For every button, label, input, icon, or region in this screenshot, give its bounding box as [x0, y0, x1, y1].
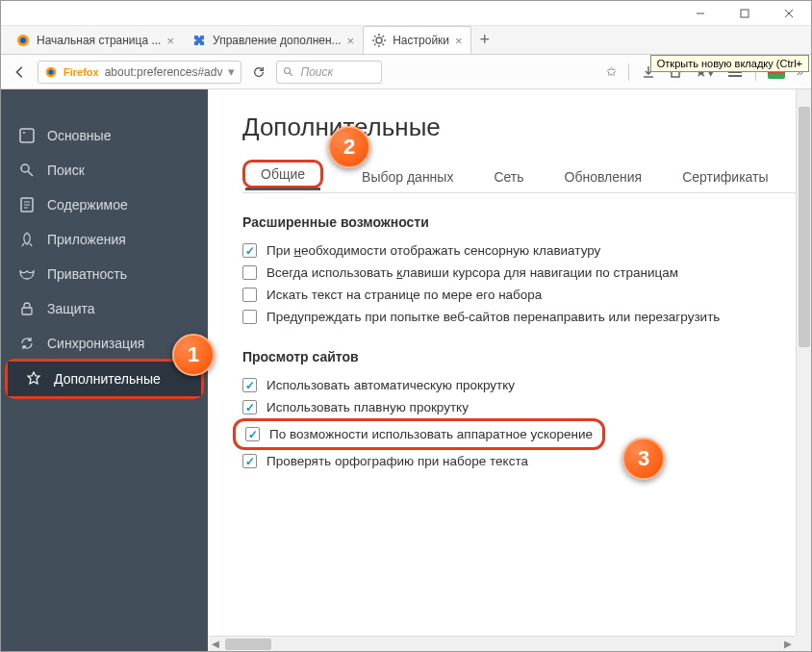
star-half-icon[interactable]: ✩ — [606, 64, 617, 79]
option-cursor-keys[interactable]: Всегда использовать клавиши курсора для … — [242, 262, 811, 284]
scrollbar-thumb[interactable] — [225, 639, 271, 650]
gear-icon — [371, 33, 387, 48]
svg-point-24 — [21, 164, 29, 172]
svg-point-16 — [48, 69, 53, 74]
option-label: Проверять орфографию при наборе текста — [266, 454, 528, 468]
sidebar-item-general[interactable]: Основные — [1, 118, 208, 153]
checkbox[interactable] — [242, 288, 257, 302]
svg-line-18 — [290, 72, 292, 75]
puzzle-icon — [191, 33, 207, 48]
subtab-general[interactable]: Общие — [259, 159, 307, 189]
option-label: Всегда использовать клавиши курсора для … — [266, 265, 678, 280]
sync-icon — [18, 335, 36, 352]
url-text: about:preferences#adv — [105, 65, 223, 79]
toolbar-separator — [628, 63, 629, 81]
back-button[interactable] — [9, 61, 32, 84]
option-smooth-scroll[interactable]: Использовать плавную прокрутку — [242, 396, 811, 418]
search-box[interactable]: Поиск — [276, 61, 382, 84]
subtab-certificates[interactable]: Сертификаты — [680, 162, 770, 192]
option-label: Предупреждать при попытке веб-сайтов пер… — [266, 310, 720, 324]
checkbox[interactable] — [242, 310, 257, 324]
vertical-scrollbar[interactable] — [796, 89, 811, 636]
step-badge-2: 2 — [328, 126, 370, 168]
checkbox[interactable] — [242, 400, 257, 414]
subtab-network[interactable]: Сеть — [492, 162, 525, 192]
reload-button[interactable] — [247, 61, 270, 84]
option-label: Использовать автоматическую прокрутку — [266, 378, 515, 392]
dropdown-icon[interactable]: ▾ — [228, 64, 235, 79]
sidebar-item-security[interactable]: Защита — [1, 291, 208, 326]
scroll-right-icon[interactable]: ► — [780, 637, 796, 652]
option-touch-keyboard[interactable]: При необходимости отображать сенсорную к… — [242, 239, 811, 262]
panel-icon — [18, 127, 36, 144]
window-minimize-button[interactable] — [678, 1, 723, 26]
option-spellcheck[interactable]: Проверять орфографию при наборе текста — [242, 450, 811, 472]
firefox-icon — [15, 33, 31, 48]
sidebar-item-label: Поиск — [47, 163, 85, 178]
svg-line-14 — [383, 36, 385, 38]
search-icon — [18, 162, 36, 179]
annotation-subtab-highlight: Общие — [242, 160, 323, 188]
step-badge-1: 1 — [172, 334, 215, 376]
option-warn-redirect[interactable]: Предупреждать при попытке веб-сайтов пер… — [242, 306, 811, 328]
sidebar-item-label: Приложения — [47, 232, 126, 247]
option-search-as-type[interactable]: Искать текст на странице по мере его наб… — [242, 284, 811, 306]
tab-close-icon[interactable]: × — [455, 34, 463, 48]
step-badge-3: 3 — [622, 438, 665, 480]
sidebar-item-label: Защита — [47, 301, 95, 316]
window-maximize-button[interactable] — [723, 1, 767, 26]
checkbox[interactable] — [245, 427, 260, 441]
option-label: Искать текст на странице по мере его наб… — [266, 288, 542, 302]
sidebar-item-search[interactable]: Поиск — [1, 153, 208, 188]
svg-point-17 — [285, 67, 291, 73]
checkbox[interactable] — [242, 378, 257, 392]
window-close-button[interactable] — [767, 1, 811, 26]
tab-label: Настройки — [393, 34, 449, 47]
sidebar-item-content[interactable]: Содержимое — [1, 188, 208, 222]
tab-close-icon[interactable]: × — [166, 34, 174, 48]
sidebar-item-advanced[interactable]: Дополнительные — [8, 362, 201, 396]
identity-label: Firefox — [63, 66, 99, 78]
checkbox[interactable] — [242, 243, 257, 258]
sidebar-item-label: Содержимое — [47, 197, 128, 213]
scrollbar-thumb[interactable] — [799, 107, 810, 347]
option-label: По возможности использовать аппаратное у… — [269, 427, 593, 441]
document-icon — [18, 196, 36, 213]
subtab-data-choices[interactable]: Выбор данных — [360, 162, 455, 192]
main-area: Основные Поиск Содержимое Приложения При… — [1, 89, 811, 651]
new-tab-tooltip: Открыть новую вкладку (Ctrl+ — [650, 55, 809, 72]
url-bar[interactable]: Firefox about:preferences#adv ▾ — [38, 61, 241, 84]
option-hardware-accel[interactable]: По возможности использовать аппаратное у… — [243, 423, 595, 445]
advanced-subtabs: Общие Выбор данных Сеть Обновления Серти… — [242, 160, 811, 193]
tab-label: Управление дополнен... — [213, 34, 342, 47]
checkbox[interactable] — [242, 265, 257, 280]
subtab-updates[interactable]: Обновления — [563, 162, 645, 192]
svg-rect-30 — [22, 308, 32, 314]
option-autoscroll[interactable]: Использовать автоматическую прокрутку — [242, 374, 811, 396]
annotation-option-highlight: По возможности использовать аппаратное у… — [233, 418, 605, 450]
tab-strip: Начальная страница ... × Управление допо… — [1, 26, 811, 55]
scroll-corner — [796, 636, 811, 651]
option-label: Использовать плавную прокрутку — [266, 400, 469, 414]
checkbox[interactable] — [242, 454, 257, 468]
sidebar-item-label: Синхронизация — [47, 336, 144, 351]
option-label: При необходимости отображать сенсорную к… — [266, 243, 600, 258]
lock-icon — [18, 300, 36, 317]
sidebar-item-privacy[interactable]: Приватность — [1, 257, 208, 291]
horizontal-scrollbar[interactable]: ◄ ► — [208, 636, 796, 651]
page-title: Дополнительные — [242, 113, 811, 142]
firefox-icon — [44, 65, 58, 79]
tab-addons[interactable]: Управление дополнен... × — [183, 26, 363, 54]
scroll-left-icon[interactable]: ◄ — [208, 637, 223, 652]
search-placeholder: Поиск — [300, 65, 333, 79]
tab-home[interactable]: Начальная страница ... × — [7, 26, 183, 54]
tab-close-icon[interactable]: × — [347, 34, 355, 48]
svg-point-23 — [23, 132, 25, 134]
sidebar-item-applications[interactable]: Приложения — [1, 222, 208, 257]
svg-point-5 — [20, 38, 26, 43]
preferences-sidebar: Основные Поиск Содержимое Приложения При… — [1, 89, 208, 651]
tab-settings[interactable]: Настройки × — [363, 26, 470, 54]
sidebar-item-label: Основные — [47, 128, 111, 143]
sidebar-item-label: Дополнительные — [54, 371, 161, 387]
new-tab-button[interactable]: + — [471, 26, 498, 54]
